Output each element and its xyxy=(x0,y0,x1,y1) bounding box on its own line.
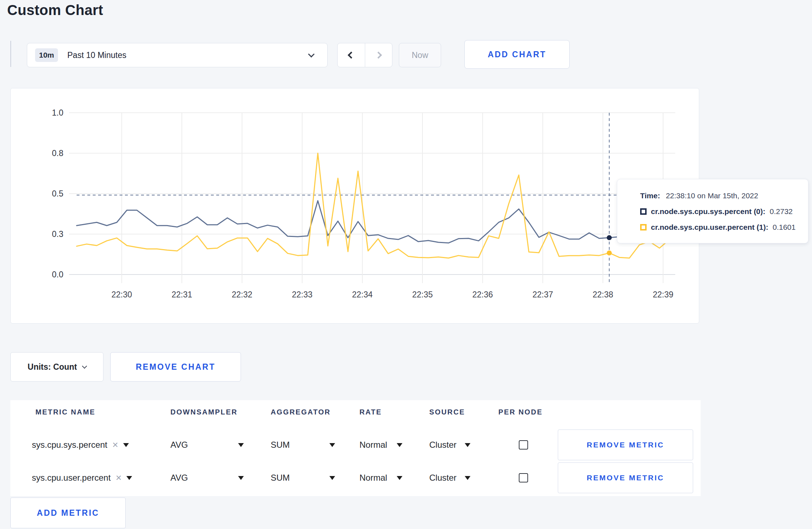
svg-text:22:39: 22:39 xyxy=(653,290,673,299)
caret-down-icon xyxy=(397,443,402,447)
rate-select[interactable]: Normal xyxy=(359,467,402,489)
timeseries-chart[interactable]: 1.00.80.50.30.022:3022:3122:3222:3322:34… xyxy=(11,88,700,324)
tooltip-user-label: cr.node.sys.cpu.user.percent (1): xyxy=(651,223,768,232)
svg-text:22:30: 22:30 xyxy=(111,290,132,299)
table-row: sys.cpu.sys.percent × AVG SUM Normal Clu… xyxy=(10,434,701,456)
custom-chart-page: Custom Chart 10m Past 10 Minutes Now ADD… xyxy=(0,0,812,529)
source-select[interactable]: Cluster xyxy=(429,434,470,456)
caret-down-icon xyxy=(123,443,129,447)
svg-text:22:35: 22:35 xyxy=(412,290,433,299)
remove-metric-button[interactable]: REMOVE METRIC xyxy=(558,429,693,460)
per-node-cell xyxy=(519,467,528,489)
tooltip-user-value: 0.1601 xyxy=(773,223,796,232)
caret-down-icon xyxy=(329,476,335,480)
aggregator-select[interactable]: SUM xyxy=(271,434,335,456)
caret-down-icon xyxy=(126,476,132,480)
aggregator-value: SUM xyxy=(271,440,290,450)
remove-chart-label: REMOVE CHART xyxy=(136,362,216,372)
chart-tooltip: Time: 22:38:10 on Mar 15th, 2022 cr.node… xyxy=(617,179,808,243)
col-header-aggregator: AGGREGATOR xyxy=(271,408,331,416)
caret-down-icon xyxy=(397,476,402,480)
svg-text:22:37: 22:37 xyxy=(532,290,553,299)
svg-text:22:32: 22:32 xyxy=(232,290,252,299)
tooltip-sys-label: cr.node.sys.cpu.sys.percent (0): xyxy=(651,207,765,216)
col-header-source: SOURCE xyxy=(429,408,465,416)
time-prev-button[interactable] xyxy=(338,43,365,67)
aggregator-value: SUM xyxy=(271,473,290,483)
caret-down-icon xyxy=(238,476,244,480)
svg-text:0.8: 0.8 xyxy=(52,149,63,158)
col-header-downsampler: DOWNSAMPLER xyxy=(170,408,238,416)
metric-name-select[interactable]: sys.cpu.user.percent × xyxy=(32,467,144,489)
remove-chart-button[interactable]: REMOVE CHART xyxy=(110,352,241,382)
toolbar-divider xyxy=(10,41,11,67)
svg-text:0.3: 0.3 xyxy=(52,229,63,239)
add-metric-button[interactable]: ADD METRIC xyxy=(10,498,126,528)
svg-text:1.0: 1.0 xyxy=(52,108,63,117)
svg-text:22:36: 22:36 xyxy=(472,290,493,299)
downsampler-select[interactable]: AVG xyxy=(170,467,244,489)
metric-name-value: sys.cpu.sys.percent xyxy=(32,440,107,450)
svg-text:22:33: 22:33 xyxy=(292,290,313,299)
units-select[interactable]: Units: Count xyxy=(10,352,103,382)
aggregator-select[interactable]: SUM xyxy=(271,467,335,489)
chevron-down-icon xyxy=(308,51,314,57)
caret-down-icon xyxy=(465,476,470,480)
rate-select[interactable]: Normal xyxy=(359,434,402,456)
remove-metric-x-icon[interactable]: × xyxy=(112,439,118,451)
svg-text:22:34: 22:34 xyxy=(352,290,373,299)
col-header-per-node: PER NODE xyxy=(498,408,543,416)
caret-down-icon xyxy=(329,443,335,447)
per-node-checkbox[interactable] xyxy=(519,440,528,450)
per-node-checkbox[interactable] xyxy=(519,473,528,482)
tooltip-time-value: 22:38:10 on Mar 15th, 2022 xyxy=(666,191,758,200)
metric-name-value: sys.cpu.user.percent xyxy=(32,473,111,483)
metric-name-select[interactable]: sys.cpu.sys.percent × xyxy=(32,434,144,456)
svg-text:0.0: 0.0 xyxy=(52,270,63,279)
time-next-button[interactable] xyxy=(365,43,392,67)
tooltip-time-label: Time: xyxy=(640,191,660,200)
table-row: sys.cpu.user.percent × AVG SUM Normal Cl… xyxy=(10,467,701,489)
remove-metric-label: REMOVE METRIC xyxy=(587,441,664,449)
chevron-down-icon xyxy=(82,364,87,369)
now-button[interactable]: Now xyxy=(399,43,441,67)
source-select[interactable]: Cluster xyxy=(429,467,470,489)
caret-down-icon xyxy=(238,443,244,447)
caret-down-icon xyxy=(465,443,470,447)
user-series-legend-icon xyxy=(640,224,647,230)
downsampler-value: AVG xyxy=(170,440,188,450)
chevron-right-icon xyxy=(375,52,382,59)
time-nav-group xyxy=(337,43,392,67)
now-button-label: Now xyxy=(412,50,428,60)
rate-value: Normal xyxy=(359,440,387,450)
per-node-cell xyxy=(519,434,528,456)
col-header-metric-name: METRIC NAME xyxy=(35,408,96,416)
svg-text:22:38: 22:38 xyxy=(593,290,613,299)
source-value: Cluster xyxy=(429,473,456,483)
metrics-table: METRIC NAME DOWNSAMPLER AGGREGATOR RATE … xyxy=(10,400,701,496)
tooltip-sys-value: 0.2732 xyxy=(770,207,793,216)
remove-metric-button[interactable]: REMOVE METRIC xyxy=(558,462,693,493)
page-title: Custom Chart xyxy=(7,2,103,18)
time-window-select[interactable]: 10m Past 10 Minutes xyxy=(27,43,328,67)
downsampler-select[interactable]: AVG xyxy=(170,434,244,456)
chart-card: 1.00.80.50.30.022:3022:3122:3222:3322:34… xyxy=(10,88,699,324)
time-window-badge: 10m xyxy=(35,48,58,62)
add-metric-label: ADD METRIC xyxy=(37,508,99,518)
svg-text:0.5: 0.5 xyxy=(52,189,63,198)
add-chart-label: ADD CHART xyxy=(488,50,546,59)
rate-value: Normal xyxy=(359,473,387,483)
downsampler-value: AVG xyxy=(170,473,188,483)
col-header-rate: RATE xyxy=(359,408,382,416)
chevron-left-icon xyxy=(348,52,355,59)
remove-metric-label: REMOVE METRIC xyxy=(587,474,664,482)
svg-text:22:31: 22:31 xyxy=(171,290,192,299)
remove-metric-x-icon[interactable]: × xyxy=(116,472,121,484)
time-window-label: Past 10 Minutes xyxy=(67,50,126,60)
units-select-label: Units: Count xyxy=(28,362,77,372)
source-value: Cluster xyxy=(429,440,456,450)
sys-series-legend-icon xyxy=(640,208,647,215)
add-chart-button[interactable]: ADD CHART xyxy=(464,40,570,69)
